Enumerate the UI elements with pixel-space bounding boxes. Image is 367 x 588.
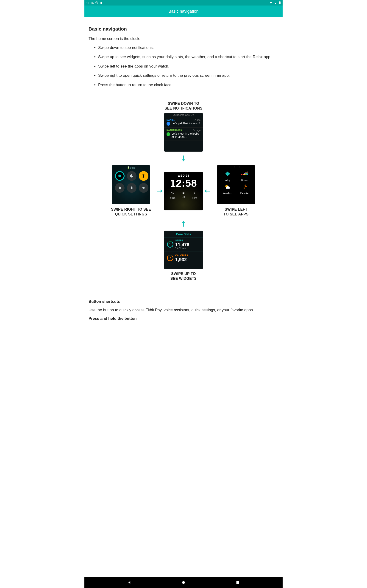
section-subheading: Press and hold the button <box>89 316 278 321</box>
svg-line-11 <box>144 177 145 177</box>
svg-rect-30 <box>247 172 248 172</box>
svg-rect-35 <box>247 173 248 174</box>
app-today: Today <box>219 170 236 182</box>
svg-rect-33 <box>244 173 245 174</box>
intro-paragraph: The home screen is the clock. <box>89 36 278 42</box>
browser-icon <box>95 1 98 4</box>
svg-line-13 <box>144 174 145 175</box>
swipe-instructions-list: Swipe down to see notifications. Swipe u… <box>89 45 278 88</box>
svg-rect-2 <box>279 1 280 1</box>
svg-line-10 <box>142 174 143 175</box>
wifi-icon <box>269 1 273 4</box>
svg-rect-34 <box>245 173 247 174</box>
sdcard-icon <box>100 1 102 4</box>
arrow-up-icon <box>179 219 188 228</box>
notification-item: DANIEL 1h ago ~ Let's get Thai for lunch… <box>164 117 203 128</box>
deezer-icon <box>241 170 249 178</box>
diagram-right-column: ● ○ ○ ○ Today Deezer <box>212 165 260 217</box>
svg-point-25 <box>227 175 228 176</box>
diagram-middle-row: 🔋94% SWIPE RIGHT TO SEE QUICK SETTINGS <box>107 165 260 217</box>
svg-point-5 <box>143 175 144 177</box>
notif-time: 1h ago <box>193 119 200 121</box>
steps-ring-icon <box>167 241 173 248</box>
app-weather: Weather <box>219 183 236 195</box>
watch-quick-settings: 🔋94% <box>112 165 150 204</box>
screen-wake-icon <box>127 183 136 193</box>
svg-rect-4 <box>119 176 121 176</box>
section-heading: Basic navigation <box>89 26 278 32</box>
steps-value: 11,476 <box>175 242 189 247</box>
fitbit-icon <box>223 170 232 178</box>
svg-rect-1 <box>279 1 281 4</box>
chat-icon: ❝ <box>167 132 170 136</box>
diagram-label-bottom: SWIPE UP TO SEE WIDGETS <box>170 271 197 281</box>
steps-subtext: 1,476 over <box>175 247 189 250</box>
svg-point-17 <box>225 173 226 174</box>
steps-stat: 8,348 <box>169 191 176 199</box>
app-exercise: Exercise <box>236 183 253 195</box>
calories-value: 1,932 <box>175 257 188 262</box>
sleep-icon <box>127 171 136 181</box>
signal-icon <box>274 1 277 4</box>
svg-rect-32 <box>247 173 248 173</box>
app-bar: Basic navigation <box>84 6 283 17</box>
diagram-left-column: 🔋94% SWIPE RIGHT TO SEE QUICK SETTINGS <box>107 165 155 217</box>
svg-point-29 <box>228 173 230 174</box>
svg-point-16 <box>132 187 133 188</box>
appbar-title: Basic navigation <box>168 9 198 14</box>
list-item: Swipe down to see notifications. <box>98 45 278 51</box>
diagram-label-left: SWIPE RIGHT TO SEE QUICK SETTINGS <box>111 207 151 217</box>
volume-icon <box>139 183 148 193</box>
messenger-icon: ~ <box>167 122 170 126</box>
section2-intro: Use the button to quickly access Fitbit … <box>89 307 278 313</box>
page-dots: ● ○ ○ ○ <box>217 165 255 168</box>
brightness-icon <box>139 171 148 181</box>
notif-text: Let's meet in the lobby at 11:45 to... <box>172 132 200 139</box>
notification-item: KATHARINE K 8m ago ❝ Let's meet in the l… <box>164 128 203 141</box>
svg-rect-39 <box>245 174 247 175</box>
notif-location: Oklahoma City, OK <box>164 113 203 117</box>
watch-notifications: Oklahoma City, OK DANIEL 1h ago ~ Let's … <box>164 113 203 152</box>
clock-date: WED 23 <box>164 172 203 177</box>
heart-stat: 78 <box>182 191 185 199</box>
list-item: Swipe up to see widgets, such as your da… <box>98 54 278 60</box>
list-item: Swipe left to see the apps on your watch… <box>98 64 278 69</box>
page-content: Basic navigation The home screen is the … <box>84 17 283 333</box>
svg-rect-38 <box>244 174 245 175</box>
list-item: Swipe right to open quick settings or re… <box>98 73 278 78</box>
exercise-icon <box>241 183 249 191</box>
battery-icon <box>279 1 281 4</box>
weather-icon <box>223 183 232 191</box>
watch-widgets: Core Stats STEPS 11,476 1,476 over CALOR… <box>164 231 203 269</box>
svg-rect-14 <box>119 187 121 189</box>
arrow-right-icon <box>155 187 164 195</box>
dnd-icon <box>115 171 125 181</box>
watch-apps: ● ○ ○ ○ Today Deezer <box>217 165 255 204</box>
arrow-left-icon <box>203 187 212 195</box>
notif-text: Let's get Thai for lunch! <box>172 122 200 125</box>
always-on-icon <box>115 183 125 193</box>
diagram-label-right: SWIPE LEFT TO SEE APPS <box>223 207 248 217</box>
notif-time: 8m ago <box>193 129 200 132</box>
calories-ring-icon <box>167 255 173 261</box>
arrow-down-icon <box>179 154 188 163</box>
svg-point-42 <box>245 185 246 186</box>
app-deezer: Deezer <box>236 170 253 182</box>
section-heading: Button shortcuts <box>89 299 278 304</box>
calories-stat: 1,359 <box>191 191 198 199</box>
notif-sender: DANIEL <box>167 119 175 121</box>
status-bar: 11:16 <box>84 0 283 6</box>
widget-title: Core Stats <box>164 231 203 237</box>
navigation-diagram: SWIPE DOWN TO SEE NOTIFICATIONS Oklahoma… <box>89 101 278 281</box>
clock-time: 12:58 <box>164 178 203 188</box>
svg-rect-37 <box>243 174 244 175</box>
widget-calories-row: CALORIES 1,932 <box>164 252 203 263</box>
list-item: Press the button to return to the clock … <box>98 82 278 88</box>
watch-clock-face: WED 23 12:58 8,348 78 1,359 <box>164 172 203 210</box>
statusbar-time: 11:16 <box>86 1 94 5</box>
widget-steps-row: STEPS 11,476 1,476 over <box>164 237 203 250</box>
diagram-label-top: SWIPE DOWN TO SEE NOTIFICATIONS <box>165 101 202 111</box>
notif-sender: KATHARINE K <box>167 129 182 132</box>
battery-label: 🔋94% <box>112 165 150 170</box>
svg-rect-31 <box>245 173 247 173</box>
